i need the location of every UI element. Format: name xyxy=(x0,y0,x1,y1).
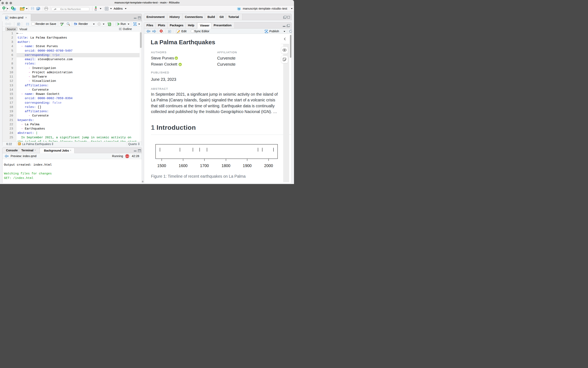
svg-text:1800: 1800 xyxy=(221,163,230,168)
svg-text:G: G xyxy=(95,8,97,11)
svg-text:iD: iD xyxy=(179,64,181,65)
svg-text:R: R xyxy=(238,8,240,10)
svg-text:1500: 1500 xyxy=(157,163,166,168)
svg-text:1900: 1900 xyxy=(243,163,252,168)
svg-text:2000: 2000 xyxy=(264,163,273,168)
svg-text:1700: 1700 xyxy=(200,163,209,168)
svg-text:iD: iD xyxy=(175,57,177,59)
svg-text:C: C xyxy=(109,23,110,26)
svg-text:STOP: STOP xyxy=(126,156,129,157)
svg-text:ABC: ABC xyxy=(60,22,64,24)
svg-text:1600: 1600 xyxy=(179,163,188,168)
